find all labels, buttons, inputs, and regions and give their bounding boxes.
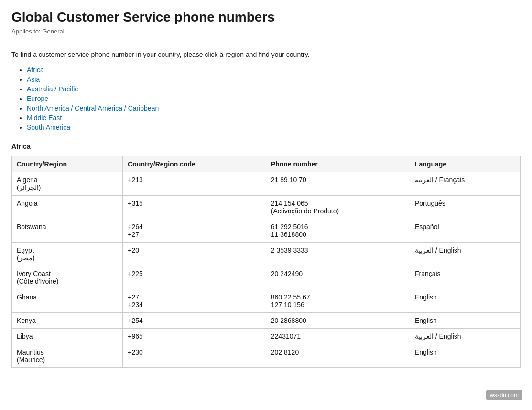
- cell-language: العربية / English: [410, 329, 520, 344]
- region-link[interactable]: Africa: [27, 66, 44, 74]
- cell-language: Português: [410, 196, 520, 219]
- region-list-item: South America: [27, 123, 521, 131]
- cell-phone: 860 22 55 67127 10 156: [266, 289, 410, 313]
- cell-code: +254: [123, 313, 266, 329]
- col-phone: Phone number: [266, 156, 410, 172]
- cell-country: Kenya: [12, 313, 123, 329]
- table-row: Libya+96522431071العربية / English: [12, 329, 521, 344]
- cell-code: +225: [123, 266, 266, 289]
- table-row: Kenya+25420 2868800English: [12, 313, 521, 329]
- region-list-item: Middle East: [27, 114, 521, 122]
- region-link[interactable]: Europe: [27, 95, 48, 102]
- cell-phone: 20 242490: [266, 266, 410, 289]
- region-link[interactable]: Australia / Pacific: [27, 85, 78, 93]
- africa-heading: Africa: [11, 143, 521, 150]
- africa-section: Africa Country/Region Country/Region cod…: [11, 143, 521, 368]
- cell-language: العربية / English: [410, 243, 520, 266]
- cell-country: Angola: [12, 196, 123, 219]
- cell-code: +230: [123, 344, 266, 368]
- region-list-item: Europe: [27, 95, 521, 102]
- page-title: Global Customer Service phone numbers: [11, 10, 521, 25]
- cell-country: Botswana: [12, 219, 123, 243]
- region-list: AfricaAsiaAustralia / PacificEuropeNorth…: [11, 66, 521, 131]
- table-row: Angola+315214 154 065(Activação do Produ…: [12, 196, 521, 219]
- africa-table: Country/Region Country/Region code Phone…: [11, 156, 521, 368]
- cell-phone: 61 292 501611 3618800: [266, 219, 410, 243]
- table-row: Botswana+264+2761 292 501611 3618800Espa…: [12, 219, 521, 243]
- table-row: Mauritius(Maurice)+230202 8120English: [12, 344, 521, 368]
- cell-phone: 202 8120: [266, 344, 410, 368]
- region-list-item: Asia: [27, 76, 521, 83]
- cell-phone: 21 89 10 70: [266, 172, 410, 196]
- table-row: Ghana+27+234860 22 55 67127 10 156Englis…: [12, 289, 521, 313]
- cell-country: Libya: [12, 329, 123, 344]
- table-header-row: Country/Region Country/Region code Phone…: [12, 156, 521, 172]
- table-row: Algeria(الجزائر)+21321 89 10 70العربية /…: [12, 172, 521, 196]
- region-list-item: Africa: [27, 66, 521, 74]
- cell-code: +264+27: [123, 219, 266, 243]
- col-code: Country/Region code: [123, 156, 266, 172]
- col-country: Country/Region: [12, 156, 123, 172]
- region-list-item: North America / Central America / Caribb…: [27, 104, 521, 112]
- cell-language: العربية / Français: [410, 172, 520, 196]
- cell-country: Egypt(مصر): [12, 243, 123, 266]
- cell-phone: 20 2868800: [266, 313, 410, 329]
- header-divider: [11, 41, 521, 41]
- cell-country: Ivory Coast(Côte d'Ivoire): [12, 266, 123, 289]
- cell-language: English: [410, 313, 520, 329]
- applies-to: Applies to: General: [11, 28, 521, 35]
- cell-country: Ghana: [12, 289, 123, 313]
- cell-code: +315: [123, 196, 266, 219]
- intro-text: To find a customer service phone number …: [11, 51, 521, 58]
- cell-phone: 22431071: [266, 329, 410, 344]
- cell-code: +27+234: [123, 289, 266, 313]
- cell-phone: 2 3539 3333: [266, 243, 410, 266]
- cell-country: Algeria(الجزائر): [12, 172, 123, 196]
- cell-code: +213: [123, 172, 266, 196]
- region-link[interactable]: Asia: [27, 76, 40, 83]
- applies-to-value: General: [42, 28, 64, 35]
- cell-code: +20: [123, 243, 266, 266]
- cell-country: Mauritius(Maurice): [12, 344, 123, 368]
- region-link[interactable]: North America / Central America / Caribb…: [27, 104, 159, 112]
- region-list-item: Australia / Pacific: [27, 85, 521, 93]
- table-row: Egypt(مصر)+202 3539 3333العربية / Englis…: [12, 243, 521, 266]
- cell-language: Français: [410, 266, 520, 289]
- region-link[interactable]: Middle East: [27, 114, 62, 122]
- cell-language: Español: [410, 219, 520, 243]
- cell-code: +965: [123, 329, 266, 344]
- cell-language: English: [410, 344, 520, 368]
- cell-phone: 214 154 065(Activação do Produto): [266, 196, 410, 219]
- table-row: Ivory Coast(Côte d'Ivoire)+22520 242490F…: [12, 266, 521, 289]
- col-language: Language: [410, 156, 520, 172]
- region-link[interactable]: South America: [27, 123, 70, 131]
- table-body: Algeria(الجزائر)+21321 89 10 70العربية /…: [12, 172, 521, 368]
- applies-to-label: Applies to:: [11, 28, 41, 35]
- cell-language: English: [410, 289, 520, 313]
